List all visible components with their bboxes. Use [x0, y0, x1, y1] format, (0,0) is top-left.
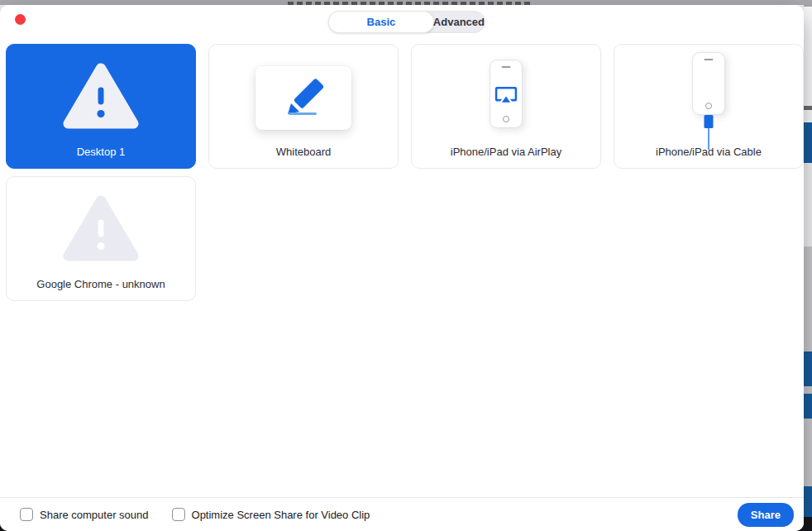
phone-cable-icon: [614, 45, 803, 146]
tile-whiteboard[interactable]: Whiteboard: [208, 44, 399, 169]
share-picker-window: Basic Advanced Desktop 1: [0, 5, 804, 531]
share-source-grid: Desktop 1 Whiteboard: [0, 44, 804, 301]
phone-outline: [692, 52, 725, 115]
share-computer-sound-checkbox[interactable]: [20, 508, 33, 521]
basic-advanced-tabs: Basic Advanced: [328, 11, 485, 33]
optimize-video-clip-checkbox[interactable]: [172, 508, 185, 521]
tile-iphone-cable[interactable]: iPhone/iPad via Cable: [614, 44, 804, 169]
phone-speaker: [502, 66, 511, 68]
tab-basic[interactable]: Basic: [328, 11, 434, 33]
share-computer-sound-label: Share computer sound: [40, 509, 149, 521]
phone-speaker: [705, 59, 714, 60]
tab-advanced[interactable]: Advanced: [433, 12, 485, 32]
tile-label: Desktop 1: [77, 146, 126, 168]
optimize-video-clip-checkbox-row[interactable]: Optimize Screen Share for Video Clip: [172, 508, 370, 521]
tile-label: Whiteboard: [276, 146, 331, 168]
share-button[interactable]: Share: [738, 503, 794, 527]
footer-bar: Share computer sound Optimize Screen Sha…: [0, 497, 804, 531]
tile-iphone-airplay[interactable]: iPhone/iPad via AirPlay: [411, 44, 601, 169]
whiteboard-card: [256, 66, 351, 130]
cable-wire: [708, 128, 709, 150]
airplay-glyph: [495, 87, 518, 108]
tile-label: iPhone/iPad via AirPlay: [451, 146, 561, 168]
tile-label: Google Chrome - unknown: [36, 278, 165, 300]
share-computer-sound-checkbox-row[interactable]: Share computer sound: [20, 508, 149, 521]
cable-plug: [705, 115, 714, 128]
tile-google-chrome-unknown[interactable]: Google Chrome - unknown: [6, 176, 196, 301]
phone-home-button: [705, 103, 712, 109]
warning-triangle-icon: [7, 177, 195, 278]
phone-outline: [490, 60, 523, 128]
optimize-video-clip-label: Optimize Screen Share for Video Clip: [192, 509, 370, 521]
window-titlebar: Basic Advanced: [0, 5, 804, 40]
phone-home-button: [503, 116, 509, 122]
tile-desktop-1[interactable]: Desktop 1: [6, 44, 196, 169]
phone-airplay-icon: [412, 45, 600, 146]
warning-triangle-icon: [7, 45, 195, 146]
close-button[interactable]: [15, 14, 26, 25]
pencil-icon: [209, 45, 398, 146]
background-window-right-sliver: [804, 0, 812, 531]
